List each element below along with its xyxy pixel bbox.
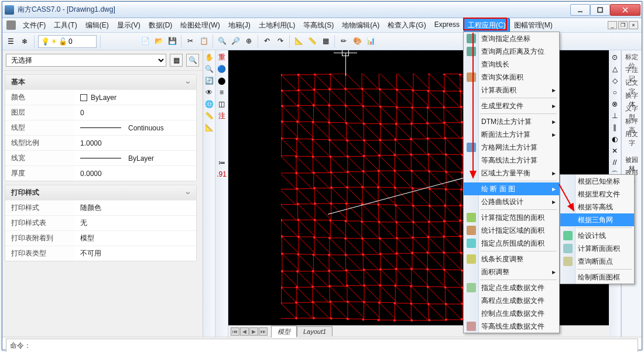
menu-item[interactable]: 根据三角网	[560, 213, 634, 226]
prop-group-header[interactable]: 基本›	[5, 75, 196, 89]
vtool-4[interactable]: 🌐	[204, 99, 214, 109]
prop-row[interactable]: 打印表类型不可用	[5, 246, 196, 261]
prop-row[interactable]: 厚度0.0000	[5, 165, 196, 181]
prop-row[interactable]: 线型Continuous	[5, 120, 196, 135]
vtool-2[interactable]: ◇	[610, 76, 619, 85]
menu-item[interactable]: 绘 断 面 图▸	[464, 182, 559, 195]
toolbar-btn[interactable]: 📄	[139, 35, 151, 47]
toolbar-btn[interactable]: ✂	[184, 35, 196, 47]
maximize-button[interactable]	[590, 4, 610, 16]
toolbar-btn[interactable]: ↷	[275, 35, 286, 47]
vtool-2[interactable]: 🔄	[204, 76, 214, 85]
vtool-1[interactable]: 🔍	[204, 64, 214, 74]
menu-item[interactable]: 面积调整▸	[464, 265, 559, 278]
vtool-8[interactable]	[217, 146, 227, 156]
prop-row[interactable]: 打印表附着到模型	[5, 230, 196, 246]
menu-item[interactable]: 计算指定范围的面积	[464, 211, 559, 224]
menu-item[interactable]: 等高线生成数据文件	[464, 320, 559, 333]
tab-first[interactable]: ⏮	[231, 327, 239, 336]
menu-6[interactable]: 地籍(J)	[224, 18, 255, 33]
vtool-6[interactable]: 📐	[204, 123, 214, 132]
palette-item[interactable]: 标定位	[624, 53, 640, 63]
vtool-12[interactable]	[217, 193, 227, 202]
palette-item[interactable]: 标坪高	[624, 117, 640, 127]
menu-4[interactable]: 数据(D)	[145, 18, 177, 33]
menu-item[interactable]: 查询线长	[464, 58, 559, 71]
vtool-9[interactable]: //	[610, 158, 619, 167]
palette-item[interactable]: 义字型	[624, 104, 640, 115]
toolbar-btn[interactable]: 📐	[293, 35, 304, 47]
prop-row[interactable]: 颜色ByLayer	[5, 89, 196, 105]
prop-row[interactable]: 图层0	[5, 105, 196, 120]
vtool-7[interactable]: ◐	[610, 134, 619, 144]
menu-item[interactable]: 指定点生成数据文件	[464, 281, 559, 294]
toolbar-btn[interactable]: 📂	[153, 35, 165, 47]
vtool-6[interactable]: ∥	[610, 123, 619, 132]
mdi-restore[interactable]: ❐	[618, 21, 628, 29]
palette-item[interactable]: 被园林	[624, 156, 640, 166]
menu-item[interactable]: 查询断面点	[560, 255, 634, 268]
menu-13[interactable]: 图幅管理(M)	[510, 18, 557, 33]
close-button[interactable]	[610, 4, 640, 16]
prop-row[interactable]: 线宽ByLayer	[5, 150, 196, 165]
vtool-6[interactable]	[217, 123, 227, 132]
menu-item[interactable]: 生成里程文件▸	[464, 99, 559, 112]
vtool-4[interactable]: ◫	[217, 99, 227, 109]
vtool-11[interactable]	[217, 181, 227, 191]
tab-prev[interactable]: ◀	[240, 327, 249, 336]
menu-item[interactable]: 区域土方量平衡▸	[464, 167, 559, 180]
vtool-9[interactable]: ≔	[217, 158, 227, 167]
palette-item[interactable]: 记文字	[624, 78, 640, 89]
palette-item[interactable]: 换字体	[624, 91, 640, 102]
toolbar-btn[interactable]: ⊕	[243, 35, 255, 47]
layer-dropdown[interactable]: 💡☀🔓0	[38, 35, 97, 48]
toolbar-btn[interactable]: 🔎	[229, 35, 241, 47]
menu-item[interactable]: 公路曲线设计▸	[464, 195, 559, 208]
menu-item[interactable]: 计算表面积▸	[464, 84, 559, 96]
vtool-0[interactable]: 重	[217, 53, 227, 62]
vtool-3[interactable]: ≡	[217, 88, 227, 97]
prop-group-header[interactable]: 打印样式›	[5, 185, 196, 200]
menu-item[interactable]: 指定点所围成的面积	[464, 237, 559, 250]
menu-11[interactable]: Express	[430, 18, 464, 33]
menu-item[interactable]: 绘制断面图框	[560, 271, 634, 284]
palette-item[interactable]: 用文字	[624, 130, 640, 140]
menu-5[interactable]: 绘图处理(W)	[176, 18, 224, 33]
vtool-3[interactable]: 👁	[204, 88, 214, 97]
vtool-4[interactable]: ⊗	[610, 99, 619, 109]
vtool-0[interactable]: ✋	[204, 53, 214, 62]
menu-item[interactable]: 方格网法土方计算	[464, 141, 559, 154]
menu-12[interactable]: 工程应用(C)	[464, 18, 510, 33]
menu-item[interactable]: 查询指定点坐标	[464, 32, 559, 45]
toolbar-btn[interactable]: 📏	[306, 35, 318, 47]
tab-model[interactable]: 模型	[271, 326, 297, 337]
menu-item[interactable]: 查询实体面积	[464, 71, 559, 84]
minimize-button[interactable]	[570, 4, 590, 16]
menu-item[interactable]: 线条长度调整	[464, 253, 559, 265]
menu-item[interactable]: 断面法土方计算▸	[464, 128, 559, 141]
vtool-1[interactable]: 🔵	[217, 64, 227, 74]
tab-last[interactable]: ⏭	[259, 327, 268, 336]
vtool-10[interactable]: .91	[217, 170, 227, 179]
mdi-close[interactable]: ×	[629, 21, 638, 29]
prop-row[interactable]: 线型比例1.0000	[5, 135, 196, 150]
command-line[interactable]: 命令：	[6, 339, 638, 352]
vtool-5[interactable]: 注	[217, 111, 227, 120]
menu-10[interactable]: 检查入库(G)	[383, 18, 430, 33]
pickadd-button[interactable]: 🔍	[186, 54, 199, 67]
menu-item[interactable]: 控制点生成数据文件	[464, 307, 559, 320]
menu-3[interactable]: 显示(V)	[113, 18, 145, 33]
vtool-5[interactable]: ⊥	[610, 111, 619, 120]
menu-2[interactable]: 编辑(E)	[81, 18, 113, 33]
toolbar-btn[interactable]: 💾	[166, 35, 178, 47]
mdi-minimize[interactable]: _	[608, 21, 617, 29]
vtool-7[interactable]	[217, 134, 227, 144]
layers-icon[interactable]: ☰	[5, 36, 16, 47]
vtool-13[interactable]	[217, 205, 227, 214]
toolbar-btn[interactable]: 📋	[198, 35, 210, 47]
selection-filter[interactable]: 无选择	[6, 54, 166, 67]
menu-item[interactable]: 根据里程文件	[560, 188, 634, 201]
quickselect-button[interactable]: ▦	[170, 54, 183, 67]
menu-item[interactable]: 统计指定区域的面积	[464, 224, 559, 237]
vtool-2[interactable]: ⬤	[217, 76, 227, 85]
